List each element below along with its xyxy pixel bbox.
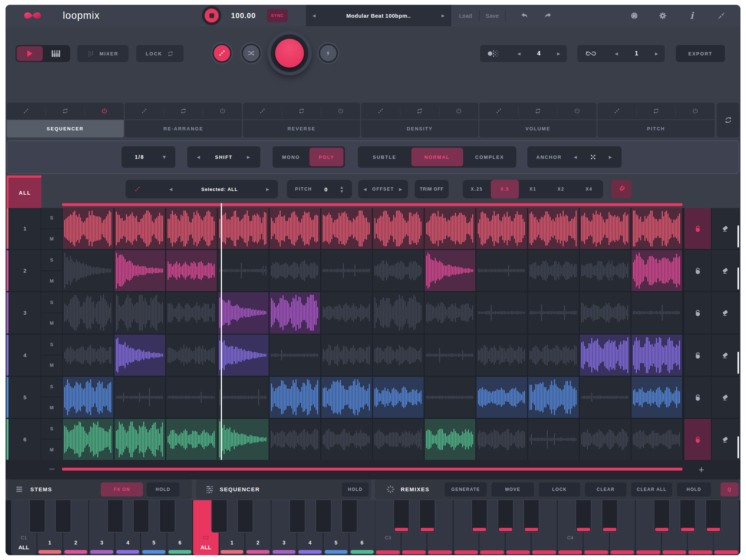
power-icon[interactable] xyxy=(566,107,588,115)
trim-toggle-button[interactable]: TRIM OFF xyxy=(415,180,449,198)
pitch-spinner[interactable]: ▲▼ xyxy=(341,185,344,193)
fx-tab-sequencer[interactable]: SEQUENCER xyxy=(7,120,124,137)
quantize-button[interactable]: Q xyxy=(721,482,739,496)
piano-key-black[interactable] xyxy=(680,500,696,533)
piano-key-black[interactable] xyxy=(602,500,618,533)
clip-cell[interactable] xyxy=(425,377,475,418)
clip-cell[interactable] xyxy=(425,208,475,249)
cycle-icon[interactable] xyxy=(527,107,549,115)
cycle-icon[interactable] xyxy=(291,107,313,115)
clip-cell[interactable] xyxy=(373,292,424,333)
sync-button[interactable]: SYNC xyxy=(267,9,288,22)
offset-left-icon[interactable]: ◀ xyxy=(363,187,367,192)
piano-key-black[interactable] xyxy=(289,500,305,533)
selected-next-icon[interactable]: ▶ xyxy=(266,187,270,192)
clip-cell[interactable] xyxy=(580,419,630,460)
power-icon[interactable] xyxy=(93,107,116,115)
fx-tab-re-arrange[interactable]: RE-ARRANGE xyxy=(125,120,242,137)
play-mode-button[interactable] xyxy=(17,46,43,61)
clip-cell[interactable] xyxy=(425,292,475,333)
move-button[interactable]: MOVE xyxy=(492,482,534,496)
fx-on-button[interactable]: FX ON xyxy=(101,482,143,496)
track-erase-button[interactable] xyxy=(712,208,739,249)
track-lock-button[interactable] xyxy=(684,335,711,376)
clip-cell[interactable] xyxy=(166,292,217,333)
track-erase-button[interactable] xyxy=(712,377,739,418)
track-erase-button[interactable] xyxy=(712,292,739,333)
clip-cell[interactable] xyxy=(476,292,527,333)
clip-cell[interactable] xyxy=(373,419,424,460)
loop-next-icon[interactable]: ▶ xyxy=(655,51,658,56)
clip-cell[interactable] xyxy=(528,250,579,291)
stop-button[interactable] xyxy=(202,6,221,25)
piano-key-black[interactable] xyxy=(419,500,435,533)
clip-cell[interactable] xyxy=(476,419,527,460)
clip-cell[interactable] xyxy=(373,208,424,249)
track-lock-button[interactable] xyxy=(684,208,711,249)
clip-cell[interactable] xyxy=(218,335,268,376)
clip-cell[interactable] xyxy=(166,377,217,418)
clip-cell[interactable] xyxy=(218,377,268,418)
clip-cell[interactable] xyxy=(114,419,165,460)
clip-cell[interactable] xyxy=(270,419,320,460)
bpm-display[interactable]: 100.00 xyxy=(226,5,260,26)
clip-cell[interactable] xyxy=(63,377,113,418)
clip-cell[interactable] xyxy=(218,419,268,460)
solo-button[interactable]: S xyxy=(41,419,62,439)
piano-key-black[interactable] xyxy=(393,500,410,533)
clip-cell[interactable] xyxy=(528,335,579,376)
fx-tab-density[interactable]: DENSITY xyxy=(361,120,478,137)
anchor-left-icon[interactable]: ◀ xyxy=(574,155,577,160)
clear-all-button[interactable]: CLEAR ALL xyxy=(631,482,672,496)
clip-cell[interactable] xyxy=(528,208,579,249)
track-erase-button[interactable] xyxy=(712,250,739,291)
randomize-icon[interactable] xyxy=(488,107,510,115)
mute-button[interactable]: M xyxy=(41,313,62,334)
piano-key-black[interactable] xyxy=(523,500,540,533)
add-plus-icon[interactable]: + xyxy=(697,463,706,476)
clip-cell[interactable] xyxy=(63,250,113,291)
track-lock-button[interactable] xyxy=(684,377,711,418)
clip-cell[interactable] xyxy=(580,250,630,291)
clip-cell[interactable] xyxy=(632,335,682,376)
shift-right-icon[interactable]: ▶ xyxy=(247,155,251,160)
clip-cell[interactable] xyxy=(218,250,268,291)
record-button[interactable] xyxy=(267,31,312,75)
mute-button[interactable]: M xyxy=(41,397,62,418)
piano-key-black[interactable] xyxy=(705,500,722,533)
clip-cell[interactable] xyxy=(114,335,165,376)
clip-cell[interactable] xyxy=(632,419,682,460)
clip-cell[interactable] xyxy=(528,292,579,333)
clip-cell[interactable] xyxy=(580,208,630,249)
track-erase-button[interactable] xyxy=(712,335,739,376)
clip-cell[interactable] xyxy=(476,250,527,291)
scrollbar-mark[interactable] xyxy=(738,436,739,458)
redo-icon[interactable] xyxy=(540,5,555,26)
midi-icon[interactable] xyxy=(627,5,641,26)
clip-cell[interactable] xyxy=(270,377,320,418)
solo-button[interactable]: S xyxy=(41,335,62,355)
piano-key-black[interactable] xyxy=(237,500,253,533)
normal-button[interactable]: NORMAL xyxy=(411,148,463,166)
snap-magnet-button[interactable] xyxy=(611,180,632,198)
clip-cell[interactable] xyxy=(476,377,527,418)
pattern-next-icon[interactable]: ▶ xyxy=(557,51,560,56)
clip-cell[interactable] xyxy=(270,292,320,333)
solo-button[interactable]: S xyxy=(41,377,62,397)
fx-tab-volume[interactable]: VOLUME xyxy=(479,120,596,137)
load-button[interactable]: Load xyxy=(453,5,478,26)
shift-left-icon[interactable]: ◀ xyxy=(197,155,201,160)
clip-cell[interactable] xyxy=(321,208,372,249)
fx-tab-pitch[interactable]: PITCH xyxy=(598,120,715,137)
mute-button[interactable]: M xyxy=(41,355,62,376)
track-lock-button[interactable] xyxy=(684,419,711,460)
clip-cell[interactable] xyxy=(63,419,113,460)
loop-region-bar-bottom[interactable] xyxy=(62,468,682,471)
export-button[interactable]: EXPORT xyxy=(676,45,725,62)
clip-cell[interactable] xyxy=(425,250,475,291)
clip-cell[interactable] xyxy=(114,377,165,418)
fx-tab-reverse[interactable]: REVERSE xyxy=(243,120,360,137)
pitch-value[interactable]: 0 xyxy=(324,186,328,192)
dice-dots-icon[interactable] xyxy=(134,185,141,193)
loop-count-value[interactable]: 1 xyxy=(635,50,638,57)
